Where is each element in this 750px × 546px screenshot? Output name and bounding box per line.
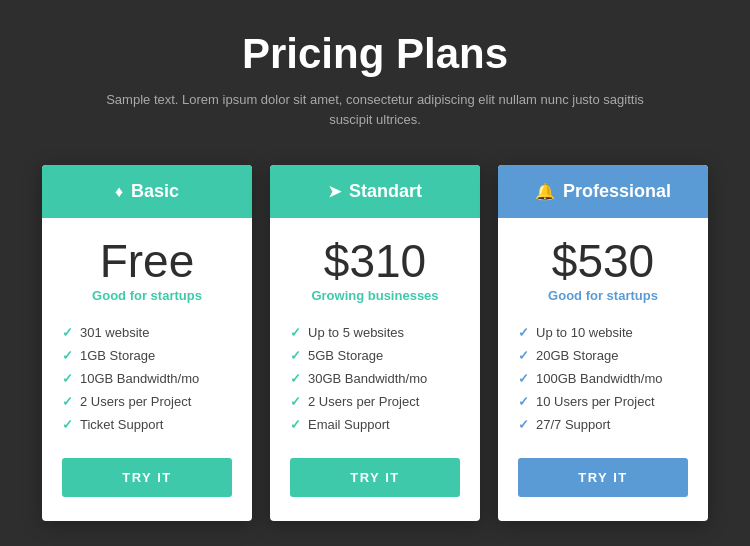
feature-item: 2 Users per Project	[290, 390, 460, 413]
plan-price-professional: $530	[552, 238, 654, 284]
plan-header-basic: ♦ Basic	[42, 165, 252, 218]
plan-body-basic: Free Good for startups 301 website1GB St…	[42, 218, 252, 521]
plan-header-professional: 🔔 Professional	[498, 165, 708, 218]
plan-features-basic: 301 website1GB Storage10GB Bandwidth/mo2…	[62, 321, 232, 436]
plan-price-standart: $310	[324, 238, 426, 284]
page-subtitle: Sample text. Lorem ipsum dolor sit amet,…	[85, 90, 665, 129]
standart-icon: ➤	[328, 182, 341, 201]
feature-item: 20GB Storage	[518, 344, 688, 367]
plans-container: ♦ Basic Free Good for startups 301 websi…	[42, 165, 708, 521]
feature-item: 27/7 Support	[518, 413, 688, 436]
professional-icon: 🔔	[535, 182, 555, 201]
plan-header-standart: ➤ Standart	[270, 165, 480, 218]
plan-price-basic: Free	[100, 238, 195, 284]
feature-item: 5GB Storage	[290, 344, 460, 367]
plan-name-basic: Basic	[131, 181, 179, 202]
plan-card-basic: ♦ Basic Free Good for startups 301 websi…	[42, 165, 252, 521]
feature-item: Email Support	[290, 413, 460, 436]
plan-tagline-standart: Growing businesses	[311, 288, 438, 303]
plan-card-standart: ➤ Standart $310 Growing businesses Up to…	[270, 165, 480, 521]
plan-button-basic[interactable]: TRY IT	[62, 458, 232, 497]
plan-button-professional[interactable]: TRY IT	[518, 458, 688, 497]
page-title: Pricing Plans	[242, 30, 508, 78]
plan-card-professional: 🔔 Professional $530 Good for startups Up…	[498, 165, 708, 521]
plan-body-standart: $310 Growing businesses Up to 5 websites…	[270, 218, 480, 521]
feature-item: Up to 5 websites	[290, 321, 460, 344]
plan-button-standart[interactable]: TRY IT	[290, 458, 460, 497]
feature-item: Ticket Support	[62, 413, 232, 436]
feature-item: 2 Users per Project	[62, 390, 232, 413]
plan-features-standart: Up to 5 websites5GB Storage30GB Bandwidt…	[290, 321, 460, 436]
feature-item: 10 Users per Project	[518, 390, 688, 413]
feature-item: 10GB Bandwidth/mo	[62, 367, 232, 390]
feature-item: 301 website	[62, 321, 232, 344]
plan-tagline-basic: Good for startups	[92, 288, 202, 303]
plan-body-professional: $530 Good for startups Up to 10 website2…	[498, 218, 708, 521]
feature-item: 100GB Bandwidth/mo	[518, 367, 688, 390]
plan-name-professional: Professional	[563, 181, 671, 202]
basic-icon: ♦	[115, 183, 123, 201]
plan-features-professional: Up to 10 website20GB Storage100GB Bandwi…	[518, 321, 688, 436]
feature-item: 1GB Storage	[62, 344, 232, 367]
feature-item: 30GB Bandwidth/mo	[290, 367, 460, 390]
plan-name-standart: Standart	[349, 181, 422, 202]
feature-item: Up to 10 website	[518, 321, 688, 344]
plan-tagline-professional: Good for startups	[548, 288, 658, 303]
